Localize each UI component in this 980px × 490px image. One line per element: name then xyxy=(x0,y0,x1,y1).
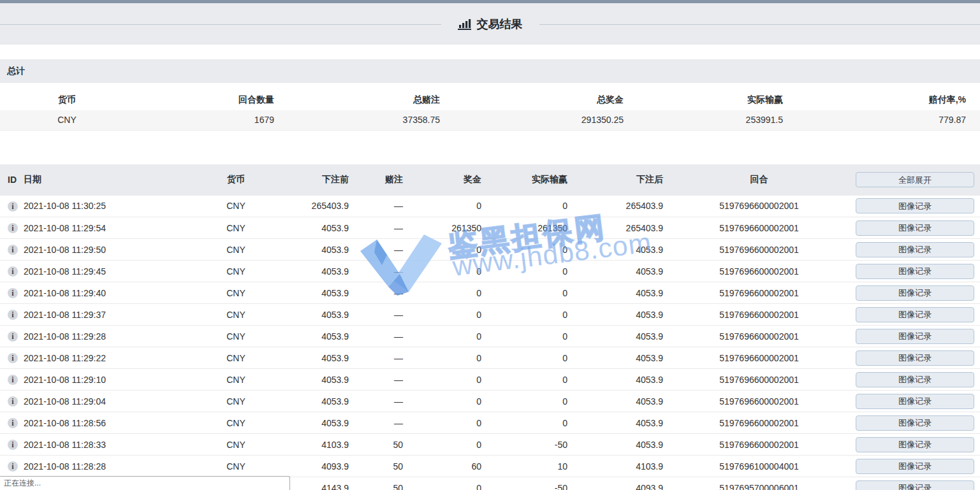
results-table: ID 日期 货币 下注前 赌注 奖金 实际输赢 下注后 回合 全部展开 i 20… xyxy=(0,164,980,490)
table-row: i 2021-10-08 11:29:45 CNY 4053.9 — 0 0 4… xyxy=(0,261,980,282)
row-currency: CNY xyxy=(198,261,274,282)
info-icon[interactable]: i xyxy=(8,375,18,385)
row-actions-cell: 图像记录 xyxy=(850,434,980,456)
row-date: 2021-10-08 11:29:22 xyxy=(19,347,198,369)
row-id-cell: i xyxy=(0,239,19,261)
row-winloss: -50 xyxy=(486,477,573,490)
info-icon[interactable]: i xyxy=(8,396,18,407)
row-round: 5197696100004001 xyxy=(668,456,850,477)
row-winloss: 0 xyxy=(486,412,573,434)
row-prize: 0 xyxy=(408,326,486,347)
row-after: 4053.9 xyxy=(573,239,668,261)
image-record-button[interactable]: 图像记录 xyxy=(856,329,974,344)
row-after: 4053.9 xyxy=(573,391,668,412)
row-after: 265403.9 xyxy=(573,196,668,217)
info-icon[interactable]: i xyxy=(8,201,18,212)
row-date: 2021-10-08 11:29:28 xyxy=(19,326,198,347)
info-icon[interactable]: i xyxy=(8,353,18,363)
connection-status-tooltip: 正在连接... xyxy=(0,476,290,490)
summary-col-total-bet: 总赌注 xyxy=(279,89,445,110)
row-after: 4053.9 xyxy=(573,304,668,326)
table-row: i 2021-10-08 11:28:28 CNY 4093.9 50 60 1… xyxy=(0,456,980,477)
image-record-button[interactable]: 图像记录 xyxy=(856,198,974,213)
row-round: 5197696600002001 xyxy=(668,434,850,456)
row-after: 4053.9 xyxy=(573,412,668,434)
info-icon[interactable]: i xyxy=(8,223,18,233)
row-winloss: 0 xyxy=(486,239,573,261)
image-record-button[interactable]: 图像记录 xyxy=(856,220,974,236)
image-record-button[interactable]: 图像记录 xyxy=(856,372,974,387)
row-currency: CNY xyxy=(198,239,274,261)
col-header-after: 下注后 xyxy=(573,164,668,196)
row-winloss: 0 xyxy=(486,369,573,391)
summary-section-header: 总计 xyxy=(0,59,980,83)
row-prize: 0 xyxy=(408,347,486,369)
row-winloss: 0 xyxy=(486,196,573,217)
row-actions-cell: 图像记录 xyxy=(850,369,980,391)
image-record-button[interactable]: 图像记录 xyxy=(856,480,974,490)
summary-currency-value: CNY xyxy=(0,110,134,130)
row-before: 4053.9 xyxy=(274,239,354,261)
table-row: i 2021-10-08 11:28:56 CNY 4053.9 — 0 0 4… xyxy=(0,412,980,434)
row-before: 4093.9 xyxy=(274,456,354,477)
image-record-button[interactable]: 图像记录 xyxy=(856,437,974,452)
row-actions-cell: 图像记录 xyxy=(850,239,980,261)
row-before: 265403.9 xyxy=(274,196,354,217)
info-icon[interactable]: i xyxy=(8,310,18,320)
row-bet: 50 xyxy=(354,477,408,490)
summary-col-rounds: 回合数量 xyxy=(134,89,279,110)
row-id-cell: i xyxy=(0,456,19,477)
table-row: i 2021-10-08 11:29:50 CNY 4053.9 — 0 0 4… xyxy=(0,239,980,261)
col-header-round: 回合 xyxy=(668,164,850,196)
page-title-text: 交易结果 xyxy=(477,17,523,32)
row-prize: 0 xyxy=(408,282,486,304)
row-currency: CNY xyxy=(198,282,274,304)
info-icon[interactable]: i xyxy=(8,266,18,277)
info-icon[interactable]: i xyxy=(8,440,18,450)
col-header-before: 下注前 xyxy=(274,164,354,196)
info-icon[interactable]: i xyxy=(8,245,18,255)
table-row: i 2021-10-08 11:29:22 CNY 4053.9 — 0 0 4… xyxy=(0,347,980,369)
row-round: 5197696600002001 xyxy=(668,304,850,326)
info-icon[interactable]: i xyxy=(8,331,18,342)
row-id-cell: i xyxy=(0,326,19,347)
image-record-button[interactable]: 图像记录 xyxy=(856,350,974,366)
row-currency: CNY xyxy=(198,369,274,391)
row-id-cell: i xyxy=(0,282,19,304)
row-id-cell: i xyxy=(0,347,19,369)
image-record-button[interactable]: 图像记录 xyxy=(856,285,974,301)
image-record-button[interactable]: 图像记录 xyxy=(856,459,974,474)
image-record-button[interactable]: 图像记录 xyxy=(856,394,974,409)
row-currency: CNY xyxy=(198,196,274,217)
expand-all-button[interactable]: 全部展开 xyxy=(856,172,974,187)
row-bet: — xyxy=(354,304,408,326)
connection-status-text: 正在连接... xyxy=(4,479,41,487)
row-winloss: 10 xyxy=(486,456,573,477)
info-icon[interactable]: i xyxy=(8,461,18,472)
image-record-button[interactable]: 图像记录 xyxy=(856,307,974,322)
info-icon[interactable]: i xyxy=(8,288,18,298)
row-prize: 0 xyxy=(408,196,486,217)
row-actions-cell: 图像记录 xyxy=(850,391,980,412)
row-winloss: 0 xyxy=(486,282,573,304)
row-prize: 60 xyxy=(408,456,486,477)
results-tbody: i 2021-10-08 11:30:25 CNY 265403.9 — 0 0… xyxy=(0,196,980,490)
info-icon[interactable]: i xyxy=(8,418,18,428)
row-currency: CNY xyxy=(198,456,274,477)
row-date: 2021-10-08 11:29:04 xyxy=(19,391,198,412)
row-id-cell: i xyxy=(0,304,19,326)
image-record-button[interactable]: 图像记录 xyxy=(856,415,974,431)
row-round: 5197696600002001 xyxy=(668,412,850,434)
image-record-button[interactable]: 图像记录 xyxy=(856,264,974,279)
table-row: i 2021-10-08 11:29:54 CNY 4053.9 — 26135… xyxy=(0,217,980,239)
row-prize: 0 xyxy=(408,412,486,434)
row-bet: — xyxy=(354,282,408,304)
summary-payout-rate-value: 779.87 xyxy=(788,110,980,130)
row-round: 5197696600002001 xyxy=(668,347,850,369)
row-actions-cell: 图像记录 xyxy=(850,196,980,217)
summary-header-row: 货币 回合数量 总赌注 总奖金 实际输赢 赔付率,% xyxy=(0,89,980,110)
image-record-button[interactable]: 图像记录 xyxy=(856,242,974,257)
row-before: 4053.9 xyxy=(274,412,354,434)
row-after: 4103.9 xyxy=(573,456,668,477)
row-prize: 0 xyxy=(408,369,486,391)
